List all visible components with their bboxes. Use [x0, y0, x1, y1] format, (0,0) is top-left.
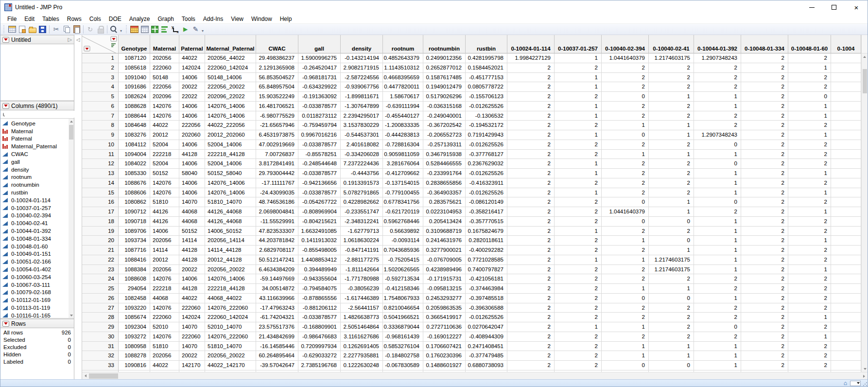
row-number[interactable]: 11	[82, 150, 119, 159]
cell[interactable]: 44126_44068	[205, 217, 256, 227]
columns-menu-button[interactable]	[2, 103, 9, 109]
column-list-item[interactable]: 0-10112-01-169	[0, 296, 74, 304]
cell[interactable]: 14114	[179, 236, 205, 246]
cell[interactable]: 14070	[179, 322, 205, 332]
cell[interactable]: -0.264520417	[298, 63, 341, 73]
table-menu-button[interactable]	[2, 37, 9, 43]
cell[interactable]: 1	[788, 332, 831, 342]
columns-list-scrollbar[interactable]	[69, 119, 74, 318]
cell[interactable]: 202056_44022	[205, 53, 256, 63]
cell[interactable]: 2	[741, 102, 788, 111]
column-list-item[interactable]: 0-10040-02-394	[0, 212, 74, 220]
columns-search-input[interactable]	[5, 111, 74, 118]
column-list-item[interactable]: 0-10060-03-254	[0, 273, 74, 281]
cell[interactable]: 1	[649, 342, 694, 352]
cell[interactable]: 1	[602, 284, 649, 294]
cell[interactable]: 1	[649, 207, 694, 217]
row-number[interactable]: 6	[82, 102, 119, 111]
cell[interactable]: 2	[602, 159, 649, 169]
cell[interactable]: 1.2907348243	[694, 130, 741, 140]
row-number[interactable]: 22	[82, 255, 119, 265]
cell[interactable]: 1	[602, 342, 649, 352]
cell[interactable]: 2	[741, 284, 788, 294]
column-list-item[interactable]: rootnum	[0, 174, 74, 181]
menu-analyze[interactable]: Analyze	[125, 15, 154, 23]
cell[interactable]: 0.1222630248	[341, 361, 383, 370]
cell[interactable]: 2	[741, 169, 788, 178]
cell[interactable]: -0.012625526	[466, 313, 507, 322]
cell[interactable]: 0	[694, 322, 741, 332]
tabulate-icon[interactable]	[140, 25, 149, 34]
graph-builder-icon[interactable]	[160, 25, 170, 34]
cell[interactable]: 1088384	[119, 265, 150, 275]
cell[interactable]: 2	[555, 342, 602, 352]
cell[interactable]: 1.9984227129	[507, 53, 555, 63]
row-number[interactable]: 26	[82, 294, 119, 303]
cell[interactable]: 0	[602, 197, 649, 207]
row-number[interactable]: 21	[82, 246, 119, 255]
cell[interactable]: 20022	[179, 82, 205, 92]
cell[interactable]: 1	[555, 159, 602, 169]
cell[interactable]: 48.746536186	[256, 197, 298, 207]
cell[interactable]	[831, 82, 861, 92]
row-number[interactable]: 13	[82, 169, 119, 178]
run-script-icon[interactable]: ▶	[181, 25, 190, 34]
cell[interactable]	[831, 342, 861, 352]
cell[interactable]: 142076	[150, 303, 179, 313]
cell[interactable]: 1088608	[119, 274, 150, 284]
cell[interactable]: 1	[694, 236, 741, 246]
cell[interactable]: 222060_142024	[205, 63, 256, 73]
cell[interactable]: 2	[507, 313, 555, 322]
cell[interactable]: 0.3665419917	[423, 313, 466, 322]
cell[interactable]: 2	[788, 82, 831, 92]
cell[interactable]: 2	[694, 332, 741, 342]
cell[interactable]: 1083276	[119, 130, 150, 140]
cell[interactable]: 1	[694, 227, 741, 236]
cell[interactable]: -1.899811671	[341, 92, 383, 102]
cell[interactable]: 0.1760230396	[423, 351, 466, 361]
row-number[interactable]: 33	[82, 361, 119, 370]
cell[interactable]: 1	[555, 130, 602, 140]
column-list-item[interactable]: gall	[0, 158, 74, 166]
cell[interactable]: -59.14497669	[256, 274, 298, 284]
cell[interactable]: 1	[788, 130, 831, 140]
cell[interactable]: 1	[555, 53, 602, 63]
cell[interactable]: 2	[741, 150, 788, 159]
column-list-item[interactable]: 0-10040-02-41	[0, 219, 74, 227]
cell[interactable]: 0.0270642047	[466, 322, 507, 332]
cell[interactable]: 0.1587617485	[423, 73, 466, 83]
cell[interactable]: -17.47963243	[256, 303, 298, 313]
cell[interactable]: 14070	[179, 197, 205, 207]
cell[interactable]: 2	[555, 63, 602, 73]
cell[interactable]: 1	[788, 236, 831, 246]
cell[interactable]: 142076	[150, 111, 179, 121]
cell[interactable]: 2	[741, 217, 788, 227]
column-list-item[interactable]: 0-10113-01-119	[0, 304, 74, 312]
cell[interactable]: 0.205413424	[423, 217, 466, 227]
cell[interactable]: -0.629033272	[298, 351, 341, 361]
cell[interactable]: 2.2394295017	[341, 111, 383, 121]
cell[interactable]: 44068	[179, 217, 205, 227]
column-list-item[interactable]: 0-10051-02-166	[0, 258, 74, 265]
cell[interactable]	[831, 150, 861, 159]
cell[interactable]: 0.5041966521	[383, 313, 423, 322]
column-header-0-10040-02-41[interactable]: 0-10040-02-41	[649, 35, 694, 53]
cell[interactable]: 2	[788, 217, 831, 227]
column-list-item[interactable]: 0-10116-01-165	[0, 312, 74, 318]
cell[interactable]: -0.357770515	[466, 217, 507, 227]
cell[interactable]: 1.4408853412	[298, 255, 341, 265]
cell[interactable]: -0.067830589	[383, 361, 423, 370]
cell[interactable]	[831, 246, 861, 255]
cell[interactable]: 2	[741, 227, 788, 236]
cell[interactable]: 1087120	[119, 53, 150, 63]
cut-icon[interactable]: ✂	[52, 25, 61, 34]
cell[interactable]: 44.203781842	[256, 236, 298, 246]
cell[interactable]: 2	[507, 284, 555, 294]
cell[interactable]: 15.903522249	[256, 92, 298, 102]
cell[interactable]: -0.012625526	[466, 102, 507, 111]
cell[interactable]: 52004_14006	[205, 140, 256, 150]
cell[interactable]: 1088278	[119, 351, 150, 361]
column-list-item[interactable]: rootnumbin	[0, 181, 74, 189]
cell[interactable]: 44022_142170	[205, 361, 256, 370]
cell[interactable]: -0.634329922	[298, 82, 341, 92]
